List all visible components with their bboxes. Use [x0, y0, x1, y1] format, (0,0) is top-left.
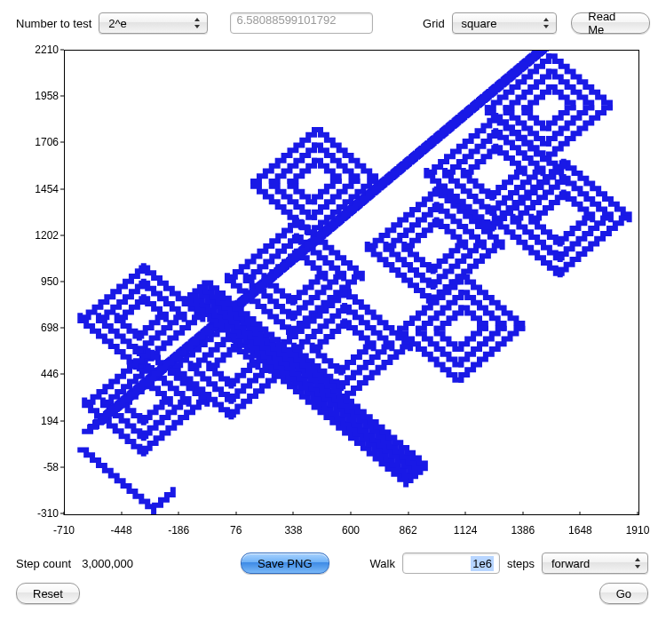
plot-box: 22101958170614541202950698446194-58-310-… [16, 43, 650, 540]
walk-canvas [65, 51, 638, 514]
number-value-field[interactable]: 6.58088599101792 [230, 12, 372, 34]
y-axis-tick-label: 698 [16, 322, 59, 334]
direction-select-value: forward [551, 557, 590, 570]
reset-button-label: Reset [33, 587, 63, 600]
y-axis-tick-label: 1958 [16, 90, 59, 102]
plot-area [64, 50, 639, 515]
grid-select-value: square [462, 17, 497, 30]
y-axis-tick-label: 1454 [16, 183, 59, 195]
y-axis-tick-label: -310 [16, 507, 59, 520]
step-count-label: Step count [16, 557, 71, 570]
x-axis-tick-label: 600 [342, 524, 360, 537]
grid-select[interactable]: square [452, 12, 558, 34]
walk-steps-value: 1e6 [471, 556, 494, 571]
chevron-updown-icon [191, 15, 203, 31]
readme-button-label: Read Me [588, 10, 633, 36]
y-axis-tick-label: 2210 [16, 44, 59, 56]
y-axis-tick-label: 950 [16, 275, 59, 288]
x-axis-tick-label: 338 [284, 524, 302, 537]
x-axis-tick-label: -710 [53, 524, 75, 537]
save-png-button-label: Save PNG [258, 557, 312, 570]
x-axis-tick-label: 76 [230, 524, 242, 537]
y-axis-tick-label: -58 [16, 461, 59, 473]
y-axis-tick-label: 194 [16, 415, 59, 427]
y-axis-tick-label: 446 [16, 368, 59, 380]
save-png-button[interactable]: Save PNG [241, 553, 329, 574]
reset-button[interactable]: Reset [16, 583, 80, 604]
y-axis-tick-label: 1706 [16, 136, 59, 148]
chevron-updown-icon [540, 15, 552, 31]
x-axis-tick-label: 1124 [454, 524, 478, 537]
number-to-test-label: Number to test [16, 17, 91, 30]
x-axis-tick-label: 1648 [568, 524, 592, 537]
x-axis-tick-label: -448 [111, 524, 132, 537]
number-value-text: 6.58088599101792 [236, 13, 336, 27]
direction-select[interactable]: forward [542, 553, 648, 574]
y-axis-tick-label: 1202 [16, 229, 59, 242]
go-button-label: Go [616, 587, 631, 600]
chevron-updown-icon [631, 555, 644, 571]
walk-steps-field[interactable]: 1e6 [402, 553, 500, 574]
readme-button[interactable]: Read Me [571, 12, 650, 34]
number-select[interactable]: 2^e [99, 12, 208, 34]
steps-label: steps [507, 557, 535, 570]
step-count-value: 3,000,000 [82, 557, 133, 570]
x-axis-tick-label: 1910 [626, 524, 650, 537]
x-axis-tick-label: 1386 [511, 524, 535, 537]
x-axis-tick-label: -186 [168, 524, 189, 537]
walk-label: Walk [370, 557, 395, 570]
grid-label: Grid [423, 17, 445, 30]
go-button[interactable]: Go [599, 583, 648, 604]
number-select-value: 2^e [108, 17, 127, 30]
x-axis-tick-label: 862 [400, 524, 417, 537]
